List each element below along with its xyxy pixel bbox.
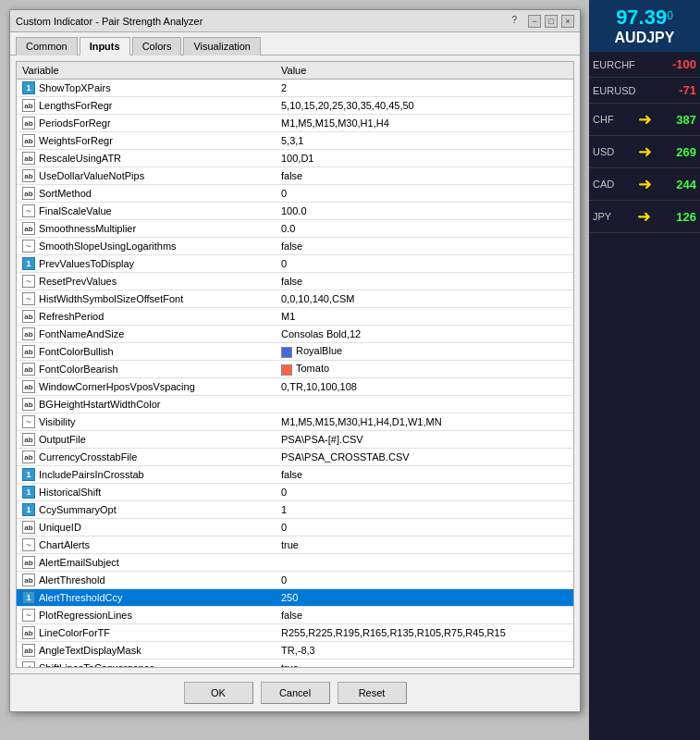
value-cell[interactable]: 100.0 [276, 203, 573, 220]
value-cell[interactable]: 0.0 [276, 220, 573, 238]
table-row[interactable]: ab FontColorBullish RoyalBlue [17, 343, 573, 361]
arrow-icon: ➜ [638, 109, 652, 130]
value-cell[interactable]: false [276, 167, 573, 185]
variable-cell: ab BGHeightHstartWidthColor [17, 396, 276, 413]
table-row[interactable]: ~ PlotRegressionLines false [17, 607, 573, 624]
table-row[interactable]: ab UseDollarValueNotPips false [17, 167, 573, 185]
value-cell[interactable]: TR,-8,3 [276, 642, 573, 660]
value-cell[interactable]: 5,3,1 [276, 132, 573, 150]
table-row[interactable]: ab AlertThreshold 0 [17, 572, 573, 589]
help-button[interactable]: ? [511, 15, 517, 28]
value-cell[interactable]: M1,M5,M15,M30,H1,H4,D1,W1,MN [276, 413, 573, 431]
table-row[interactable]: ab LineColorForTF R255,R225,R195,R165,R1… [17, 624, 573, 642]
value-cell[interactable]: false [276, 466, 573, 484]
table-row[interactable]: ab RescaleUsingATR 100,D1 [17, 150, 573, 167]
row-icon: ab [22, 187, 35, 200]
value-cell[interactable]: 2 [276, 80, 573, 97]
row-icon: 1 [22, 468, 35, 481]
table-row[interactable]: ~ HistWidthSymbolSizeOffsetFont 0,0,10,1… [17, 290, 573, 308]
table-row[interactable]: ab FontNameAndSize Consolas Bold,12 [17, 326, 573, 343]
variable-cell: ab AlertThreshold [17, 572, 276, 589]
currency-value: 387 [676, 113, 696, 127]
value-cell[interactable]: true [276, 536, 573, 554]
value-cell[interactable]: 1 [276, 501, 573, 519]
table-row[interactable]: ab PeriodsForRegr M1,M5,M15,M30,H1,H4 [17, 115, 573, 132]
table-row[interactable]: ab CurrencyCrosstabFile PSA\PSA_CROSSTAB… [17, 449, 573, 466]
tab-inputs[interactable]: Inputs [80, 37, 130, 56]
minimize-button[interactable]: − [528, 15, 541, 28]
table-row[interactable]: ab RefreshPeriod M1 [17, 308, 573, 326]
value-cell[interactable]: true [276, 660, 573, 669]
value-cell[interactable]: M1 [276, 308, 573, 326]
value-cell[interactable]: 0 [276, 255, 573, 273]
variable-name: FontNameAndSize [39, 328, 124, 339]
variable-name: WeightsForRegr [39, 135, 113, 146]
value-cell[interactable]: Tomato [276, 361, 573, 378]
variable-cell: ~ HistWidthSymbolSizeOffsetFont [17, 290, 276, 308]
value-cell[interactable]: 5,10,15,20,25,30,35,40,45,50 [276, 97, 573, 115]
table-row[interactable]: ~ FinalScaleValue 100.0 [17, 203, 573, 220]
table-row[interactable]: ab OutputFile PSA\PSA-[#].CSV [17, 431, 573, 449]
value-cell[interactable]: PSA\PSA_CROSSTAB.CSV [276, 449, 573, 466]
table-row[interactable]: ab BGHeightHstartWidthColor [17, 396, 573, 413]
variable-name: FontColorBullish [39, 346, 114, 357]
table-row[interactable]: ab SortMethod 0 [17, 185, 573, 203]
table-row[interactable]: 1 AlertThresholdCcy 250 [17, 589, 573, 607]
value-cell[interactable]: false [276, 607, 573, 624]
row-icon: ~ [22, 275, 35, 288]
table-row[interactable]: 1 CcySummaryOpt 1 [17, 501, 573, 519]
table-row[interactable]: ab ShiftLinesToConvergence true [17, 660, 573, 669]
variable-cell: ab RescaleUsingATR [17, 150, 276, 167]
maximize-button[interactable]: □ [545, 15, 558, 28]
table-row[interactable]: 1 HistoricalShift 0 [17, 484, 573, 501]
row-icon: ab [22, 398, 35, 411]
table-row[interactable]: ab AngleTextDisplayMask TR,-8,3 [17, 642, 573, 660]
table-row[interactable]: ab UniqueID 0 [17, 519, 573, 536]
table-row[interactable]: ~ Visibility M1,M5,M15,M30,H1,H4,D1,W1,M… [17, 413, 573, 431]
table-row[interactable]: ~ SmoothSlopeUsingLogarithms false [17, 238, 573, 255]
ok-button[interactable]: OK [184, 682, 253, 704]
row-icon: ~ [22, 415, 35, 428]
tab-colors[interactable]: Colors [132, 37, 182, 56]
value-cell[interactable]: M1,M5,M15,M30,H1,H4 [276, 115, 573, 132]
table-row[interactable]: ab FontColorBearish Tomato [17, 361, 573, 378]
row-icon: ~ [22, 204, 35, 217]
row-icon: ab [22, 134, 35, 147]
value-cell[interactable]: 0 [276, 484, 573, 501]
value-cell[interactable]: RoyalBlue [276, 343, 573, 361]
table-row[interactable]: 1 IncludePairsInCrosstab false [17, 466, 573, 484]
table-row[interactable]: ab AlertEmailSubject [17, 554, 573, 572]
tab-visualization[interactable]: Visualization [183, 37, 261, 56]
row-icon: ab [22, 521, 35, 534]
value-cell[interactable]: false [276, 273, 573, 290]
value-cell[interactable] [276, 396, 573, 413]
currency-list: EURCHF -100 EURUSD -71 CHF ➜ 387 USD ➜ 2… [589, 52, 700, 233]
value-cell[interactable]: 0,0,10,140,CSM [276, 290, 573, 308]
title-bar-controls: ? − □ × [511, 15, 574, 28]
table-row[interactable]: 1 PrevValuesToDisplay 0 [17, 255, 573, 273]
value-cell[interactable]: 0 [276, 572, 573, 589]
value-cell[interactable]: false [276, 238, 573, 255]
value-cell[interactable]: R255,R225,R195,R165,R135,R105,R75,R45,R1… [276, 624, 573, 642]
cancel-button[interactable]: Cancel [261, 682, 330, 704]
table-row[interactable]: ~ ChartAlerts true [17, 536, 573, 554]
variable-cell: ab AngleTextDisplayMask [17, 642, 276, 660]
table-row[interactable]: ab WeightsForRegr 5,3,1 [17, 132, 573, 150]
value-cell[interactable]: 0 [276, 519, 573, 536]
value-cell[interactable]: 0,TR,10,100,108 [276, 378, 573, 396]
value-cell[interactable]: 250 [276, 589, 573, 607]
table-row[interactable]: 1 ShowTopXPairs 2 [17, 80, 573, 97]
value-cell[interactable] [276, 554, 573, 572]
table-row[interactable]: ~ ResetPrevValues false [17, 273, 573, 290]
table-row[interactable]: ab LengthsForRegr 5,10,15,20,25,30,35,40… [17, 97, 573, 115]
value-cell[interactable]: 100,D1 [276, 150, 573, 167]
value-cell[interactable]: Consolas Bold,12 [276, 326, 573, 343]
value-cell[interactable]: 0 [276, 185, 573, 203]
variable-name: SmoothSlopeUsingLogarithms [39, 240, 177, 252]
reset-button[interactable]: Reset [338, 682, 407, 704]
tab-common[interactable]: Common [16, 37, 78, 56]
close-button[interactable]: × [561, 15, 574, 28]
value-cell[interactable]: PSA\PSA-[#].CSV [276, 431, 573, 449]
table-row[interactable]: ab WindowCornerHposVposVspacing 0,TR,10,… [17, 378, 573, 396]
table-row[interactable]: ab SmoothnessMultiplier 0.0 [17, 220, 573, 238]
